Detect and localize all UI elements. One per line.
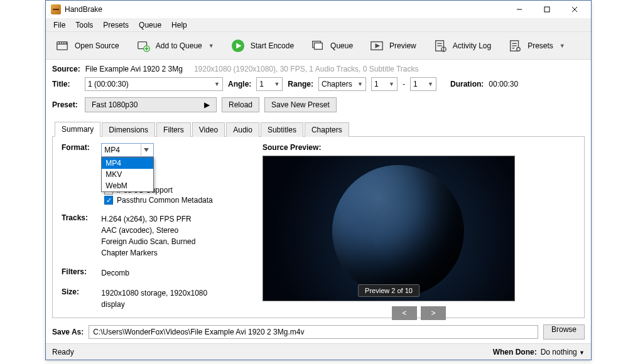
preset-selector[interactable]: Fast 1080p30 ▶ xyxy=(85,97,217,112)
minimize-button[interactable] xyxy=(506,1,533,18)
tracks-label: Tracks: xyxy=(62,213,99,222)
track-line-3: Chapter Markers xyxy=(101,247,227,259)
preset-value: Fast 1080p30 xyxy=(92,100,138,109)
format-option-webm[interactable]: WebM xyxy=(102,180,153,191)
queue-icon xyxy=(310,38,325,53)
format-label: Format: xyxy=(62,143,99,152)
source-name: File Example Avi 1920 2 3Mg xyxy=(85,65,183,73)
log-icon xyxy=(433,38,448,53)
queue-label: Queue xyxy=(330,41,353,50)
tab-filters[interactable]: Filters xyxy=(156,122,191,137)
track-line-0: H.264 (x264), 30 FPS PFR xyxy=(101,213,227,225)
track-line-1: AAC (avcodec), Stereo xyxy=(101,225,227,236)
when-done-dropdown[interactable]: Do nothing ▼ xyxy=(541,348,585,356)
format-option-mp4[interactable]: MP4 xyxy=(102,158,153,169)
reload-preset-button[interactable]: Reload xyxy=(222,97,259,112)
preview-area: Source Preview: Preview 2 of 10 < > xyxy=(263,143,575,311)
menubar: File Tools Presets Queue Help xyxy=(46,18,591,32)
checkbox-icon xyxy=(104,196,113,205)
source-label: Source: xyxy=(52,65,80,73)
preview-image: Preview 2 of 10 xyxy=(263,156,515,301)
angle-label: Angle: xyxy=(228,80,251,88)
format-value: MP4 xyxy=(104,146,120,154)
title-value: 1 (00:00:30) xyxy=(88,80,129,88)
chevron-down-icon: ▼ xyxy=(208,43,214,49)
menu-queue[interactable]: Queue xyxy=(134,19,166,31)
toolbar: Open Source Add to Queue ▼ Start Encode … xyxy=(46,32,591,60)
activity-log-label: Activity Log xyxy=(453,41,491,50)
tab-video[interactable]: Video xyxy=(192,122,225,137)
preview-prev-button[interactable]: < xyxy=(392,306,417,320)
browse-label: Browse xyxy=(551,325,577,334)
add-to-queue-label: Add to Queue xyxy=(156,41,202,50)
browse-button[interactable]: Browse xyxy=(543,324,585,340)
angle-value: 1 xyxy=(259,80,264,88)
maximize-button[interactable] xyxy=(533,1,561,18)
content-area: Source: File Example Avi 1920 2 3Mg 1920… xyxy=(46,60,591,343)
preview-nav: < > xyxy=(263,306,575,320)
range-from-value: 1 xyxy=(374,80,379,88)
chevron-down-icon: ▼ xyxy=(579,350,585,356)
film-icon xyxy=(55,38,70,53)
open-source-label: Open Source xyxy=(75,41,119,50)
format-option-mkv[interactable]: MKV xyxy=(102,169,153,180)
when-done-value: Do nothing xyxy=(541,348,577,356)
tab-dimensions[interactable]: Dimensions xyxy=(102,122,155,137)
planet-graphic xyxy=(332,165,464,297)
range-type-value: Chapters xyxy=(322,80,352,88)
open-source-button[interactable]: Open Source xyxy=(50,36,124,56)
presets-icon xyxy=(507,38,522,53)
title-label: Title: xyxy=(52,80,80,88)
save-as-input[interactable]: C:\Users\WonderFox\Videos\File Example A… xyxy=(89,325,538,339)
preview-next-button[interactable]: > xyxy=(421,306,446,320)
activity-log-button[interactable]: Activity Log xyxy=(428,36,496,56)
add-queue-icon xyxy=(136,38,151,53)
save-new-label: Save New Preset xyxy=(271,100,330,109)
presets-button[interactable]: Presets ▼ xyxy=(502,36,570,56)
svg-rect-17 xyxy=(315,43,323,49)
menu-file[interactable]: File xyxy=(48,19,70,31)
format-dropdown[interactable]: MP4 xyxy=(101,143,154,157)
titlebar: HandBrake xyxy=(46,1,591,18)
preview-label: Preview xyxy=(389,41,416,50)
tab-audio[interactable]: Audio xyxy=(226,122,259,137)
start-encode-button[interactable]: Start Encode xyxy=(225,36,299,56)
chevron-down-icon: ▼ xyxy=(274,81,279,87)
status-text: Ready xyxy=(52,348,74,356)
summary-left: Format: MP4 MP4 MKV WebM xyxy=(62,143,237,311)
arrow-right-icon: ▶ xyxy=(204,100,210,109)
tracks-body: H.264 (x264), 30 FPS PFR AAC (avcodec), … xyxy=(101,213,227,259)
presets-label: Presets xyxy=(528,41,553,50)
chevron-down-icon: ▼ xyxy=(357,81,363,87)
menu-tools[interactable]: Tools xyxy=(70,19,98,31)
angle-dropdown[interactable]: 1 ▼ xyxy=(256,77,283,91)
chevron-down-icon: ▼ xyxy=(560,43,565,49)
size-value: 1920x1080 storage, 1920x1080 display xyxy=(101,287,227,310)
tabstrip: Summary Dimensions Filters Video Audio S… xyxy=(52,121,585,137)
duration-label: Duration: xyxy=(450,80,484,88)
tab-subtitles[interactable]: Subtitles xyxy=(261,122,303,137)
save-row: Save As: C:\Users\WonderFox\Videos\File … xyxy=(52,324,585,340)
range-type-dropdown[interactable]: Chapters ▼ xyxy=(318,77,366,91)
app-icon xyxy=(51,4,61,14)
title-dropdown[interactable]: 1 (00:00:30) ▼ xyxy=(85,77,223,91)
tab-summary[interactable]: Summary xyxy=(55,122,100,137)
queue-button[interactable]: Queue xyxy=(305,36,358,56)
menu-presets[interactable]: Presets xyxy=(98,19,134,31)
passthru-metadata-checkbox[interactable]: Passthru Common Metadata xyxy=(104,196,237,205)
tab-chapters[interactable]: Chapters xyxy=(305,122,349,137)
chevron-down-icon xyxy=(141,144,151,156)
svg-marker-19 xyxy=(376,44,379,48)
add-to-queue-button[interactable]: Add to Queue ▼ xyxy=(131,36,219,56)
menu-help[interactable]: Help xyxy=(166,19,192,31)
close-button[interactable] xyxy=(561,1,588,18)
save-as-label: Save As: xyxy=(52,328,84,336)
reload-label: Reload xyxy=(229,100,252,109)
save-new-preset-button[interactable]: Save New Preset xyxy=(264,97,337,112)
range-to-dropdown[interactable]: 1 ▼ xyxy=(410,77,436,91)
preview-button[interactable]: Preview xyxy=(364,36,421,56)
preview-icon xyxy=(369,38,384,53)
preview-counter: Preview 2 of 10 xyxy=(358,284,420,297)
range-from-dropdown[interactable]: 1 ▼ xyxy=(371,77,398,91)
summary-panel: Format: MP4 MP4 MKV WebM xyxy=(52,137,585,318)
